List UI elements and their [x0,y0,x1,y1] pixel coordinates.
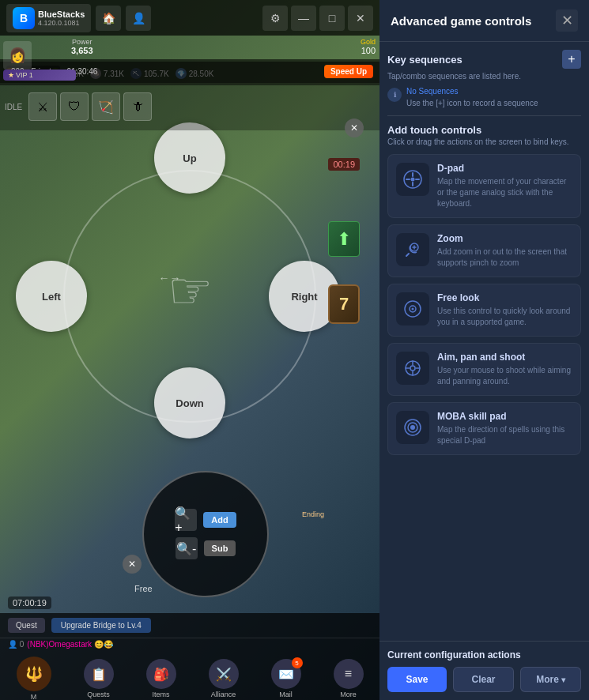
home-icon[interactable]: 🏠 [96,6,121,31]
moba-control-text: MOBA skill pad Map the direction of spel… [437,411,572,446]
moba-svg-icon [402,417,423,438]
zoom-control-icon [396,233,429,266]
aim-svg-icon [402,358,423,378]
dpad-svg-icon [402,169,423,190]
control-card-aim[interactable]: Aim, pan and shoot Use your mouse to sho… [387,343,581,396]
nav-item-quests[interactable]: 📋 Quests [84,659,114,698]
idle-unit-3[interactable]: 🏹 [92,92,120,121]
cursor-hand-icon: ☞ [168,262,213,320]
freelook-control-desc: Use this control to quickly look around … [437,306,572,328]
bluestacks-logo: B BlueStacks 4.120.0.1081 [6,4,91,32]
upgrade-button[interactable]: Upgrade Bridge to Lv.4 [51,618,151,633]
zoom-control-desc: Add zoom in or out to the screen that su… [437,247,572,269]
touch-controls-title: Add touch controls [387,124,581,136]
config-title: Current configuration actions [387,649,581,660]
touch-controls-desc: Click or drag the actions on the screen … [387,137,581,146]
idle-bar: IDLE ⚔ 🛡 🏹 🗡 [0,83,379,130]
panel-scroll-area[interactable]: Key sequences + Tap/combo sequences are … [379,42,589,641]
mail-icon: ✉️ 5 [271,659,301,689]
control-card-freelook[interactable]: Free look Use this control to quickly lo… [387,284,581,337]
panel-title: Advanced game controls [391,14,531,28]
close-window-icon[interactable]: ✕ [348,6,373,31]
zoom-control-name: Zoom [437,233,572,244]
player-icon[interactable]: 👤 [126,6,151,31]
countdown-timer: 00:19 [328,158,360,171]
touch-controls-header: Add touch controls Click or drag the act… [387,124,581,146]
app-name: BlueStacks [38,9,85,19]
chat-username: (NBK)Omegastark 😊😂 [27,640,112,649]
zoom-in-icon[interactable]: 🔍+ [175,509,197,531]
aim-control-text: Aim, pan and shoot Use your mouse to sho… [437,352,572,387]
more-button[interactable]: More ▾ [520,667,581,692]
top-bar: B BlueStacks 4.120.0.1081 🏠 👤 ⚙ — □ ✕ [0,0,379,36]
idle-unit-4[interactable]: 🗡 [123,92,152,121]
right-panel: Advanced game controls ✕ Key sequences +… [379,0,589,700]
quests-icon: 📋 [84,659,114,689]
sequence-hint: Use the [+] icon to record a sequence [406,99,538,107]
player-count: 👤 0 [8,640,24,649]
nav-item-more[interactable]: ≡ More [334,659,364,698]
dpad-close-button[interactable]: ✕ [345,119,364,137]
top-bar-icons: ⚙ — □ ✕ [262,6,373,31]
nav-label-more: More [340,691,357,698]
control-card-moba[interactable]: MOBA skill pad Map the direction of spel… [387,402,581,455]
aim-control-name: Aim, pan and shoot [437,352,572,363]
zoom-svg-icon [402,239,423,260]
zoom-close-button[interactable]: ✕ [123,555,142,574]
avatar[interactable]: 👩 [3,41,32,70]
moba-control-icon [396,411,429,444]
settings-icon[interactable]: ⚙ [262,6,288,31]
dpad-down-button[interactable]: Down [154,367,225,438]
info-icon: ℹ [387,88,402,102]
control-card-dpad[interactable]: D-pad Map the movement of your character… [387,154,581,218]
panel-close-button[interactable]: ✕ [556,9,578,32]
nav-item-alliance[interactable]: ⚔️ Alliance [209,659,239,698]
bottom-hud: Quest Upgrade Bridge to Lv.4 👤 0 (NBK)Om… [0,613,379,700]
nav-item-m[interactable]: 🔱 M [17,657,51,700]
config-buttons: Save Clear More ▾ [387,667,581,692]
free-label: Free [134,584,153,593]
zoom-out-icon[interactable]: 🔍- [176,537,198,559]
save-button[interactable]: Save [387,667,447,692]
gold-area: Gold 100 [361,38,376,55]
ending-label: Ending [302,510,324,518]
clear-button[interactable]: Clear [453,667,514,692]
aim-control-desc: Use your mouse to shoot while aiming and… [437,365,572,387]
svg-point-1 [411,178,415,182]
minimize-icon[interactable]: — [291,6,316,31]
nav-label-alliance: Alliance [211,691,236,698]
dpad-left-button[interactable]: Left [16,261,87,332]
dpad-control-icon [396,163,429,196]
profile-area: 👩 ★ VIP 1 [0,38,79,84]
svg-point-7 [410,366,415,371]
zoom-control-text: Zoom Add zoom in or out to the screen th… [437,233,572,269]
power-label: Power [71,38,93,46]
idle-label: IDLE [5,103,22,111]
zoom-sub-button[interactable]: Sub [204,540,236,556]
add-sequence-button[interactable]: + [562,50,581,69]
sequence-info: ℹ No Sequences Use the [+] icon to recor… [387,87,581,107]
idle-unit-1[interactable]: ⚔ [28,92,57,121]
moba-control-name: MOBA skill pad [437,411,572,422]
svg-point-5 [412,308,414,310]
speed-up-button[interactable]: Speed Up [324,65,373,78]
zoom-add-button[interactable]: Add [203,512,236,528]
more-icon: ≡ [334,659,364,689]
moba-control-desc: Map the direction of spells using this s… [437,424,572,446]
maximize-icon[interactable]: □ [319,6,345,31]
key-sequences-desc: Tap/combo sequences are listed here. [387,72,581,81]
nav-label-mail: Mail [279,691,293,698]
arrow-display: ⬆ [328,221,360,257]
chat-user-row: 👤 0 (NBK)Omegastark 😊😂 [0,640,379,649]
nav-item-mail[interactable]: ✉️ 5 Mail [271,659,301,698]
quest-button[interactable]: Quest [8,618,45,633]
panel-header: Advanced game controls ✕ [379,0,589,42]
config-section: Current configuration actions Save Clear… [379,641,589,700]
svg-point-10 [410,425,415,430]
bottom-nav: 🔱 M 📋 Quests 🎒 Items ⚔️ Alliance ✉️ 5 M [0,652,379,700]
power-value: 3,653 [71,46,93,55]
idle-unit-2[interactable]: 🛡 [60,92,89,121]
dpad-up-button[interactable]: Up [154,122,225,194]
nav-item-items[interactable]: 🎒 Items [146,659,176,698]
control-card-zoom[interactable]: Zoom Add zoom in or out to the screen th… [387,224,581,277]
